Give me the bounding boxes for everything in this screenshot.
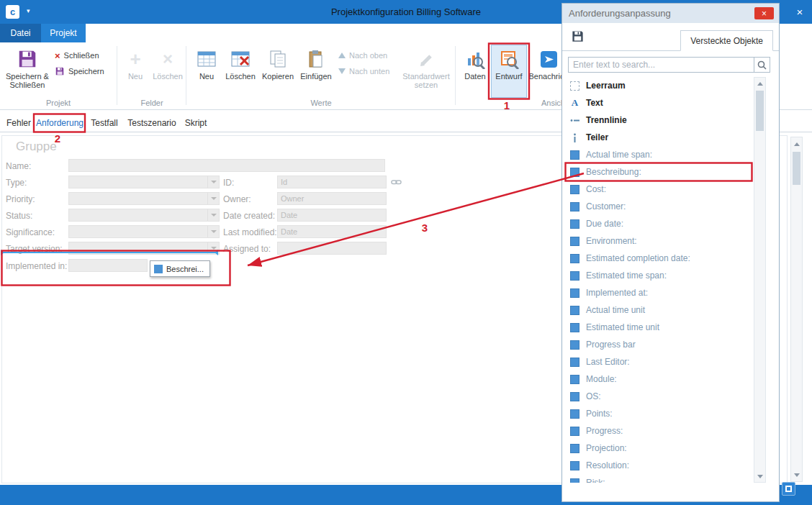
window-close-button[interactable]: × [790,4,809,19]
id-label: ID: [223,178,234,188]
scroll-down-icon[interactable] [791,469,802,481]
list-item[interactable]: Actual time span: [565,146,754,163]
implemented-in-input[interactable] [68,259,148,272]
list-item[interactable]: Leerraum [565,77,754,94]
tab-projekt[interactable]: Projekt [41,24,86,42]
doc-tab-fehler[interactable]: Fehler [3,114,35,132]
doc-tab-anforderung[interactable]: Anforderung [35,114,85,132]
list-item[interactable]: Cost: [565,181,754,198]
list-item[interactable]: Progress: [565,422,754,440]
search-input[interactable] [569,58,754,72]
values-new-icon [197,48,216,70]
save-and-close-label: Speichern & Schließen [4,72,50,89]
scrollbar-thumb[interactable] [756,91,764,131]
close-label: Schließen [64,51,99,60]
tab-datei[interactable]: Datei [0,24,41,42]
list-item[interactable]: Trennlinie [565,112,754,129]
scroll-up-icon[interactable] [791,138,802,150]
list-item[interactable]: Projection: [565,440,754,457]
fields-new-icon: + [130,48,140,70]
doc-tab-testszenario[interactable]: Testszenario [124,114,180,132]
panel-save-button[interactable] [571,29,585,46]
owner-input[interactable]: Owner [277,192,387,205]
layout-indicator-button[interactable] [782,482,795,496]
list-item[interactable]: AText [565,94,754,112]
list-item[interactable]: Due date: [565,215,754,232]
move-down-button[interactable]: Nach unten [338,64,389,78]
data-view-button[interactable]: Daten [459,45,491,98]
status-select[interactable] [68,209,220,222]
doc-tab-skript[interactable]: Skript [180,114,212,132]
list-item[interactable]: Estimated completion date: [565,250,754,267]
dropdown-caret-icon [207,193,219,204]
paste-icon [307,48,325,70]
paste-button[interactable]: Einfügen [297,45,335,98]
implemented-in-label: Implemented in: [6,261,67,271]
panel-close-button[interactable]: × [754,7,774,19]
customization-panel: Anforderungsanpassung × Versteckte Objek… [561,3,780,502]
scroll-up-icon[interactable] [754,78,765,89]
priority-select[interactable] [68,192,220,205]
list-item[interactable]: Resolution: [565,457,754,474]
values-new-button[interactable]: Neu [190,45,223,98]
set-default-button[interactable]: Standardwert setzen [400,45,452,98]
date-created-value: Date [281,211,297,219]
fields-delete-button[interactable]: × Löschen [151,45,184,98]
field-item-icon [570,254,579,263]
set-default-icon [418,48,435,70]
field-item-icon [570,219,579,229]
assigned-to-input[interactable] [277,242,387,255]
status-label: Status: [6,211,32,221]
save-button[interactable]: Speichern [55,64,104,78]
list-item[interactable]: Environment: [565,232,754,250]
priority-label: Priority: [6,194,35,204]
id-input[interactable]: Id [277,176,387,188]
group-box-title: Gruppe [16,140,57,154]
text-icon: A [570,99,579,108]
doc-tab-testfall[interactable]: Testfall [85,114,124,132]
list-item[interactable]: Risk: [565,474,754,483]
list-item[interactable]: Estimated time span: [565,267,754,284]
field-item-icon [570,478,579,483]
panel-tab-hidden-objects[interactable]: Versteckte Objekte [680,30,773,51]
list-item-beschreibung[interactable]: Beschreibung: [565,163,754,181]
notifications-icon [539,48,559,70]
field-item-icon [570,427,579,436]
list-item[interactable]: Module: [565,370,754,388]
scrollbar-thumb[interactable] [793,152,800,185]
list-item[interactable]: Progress bar [565,336,754,353]
significance-select[interactable] [68,225,220,238]
name-input[interactable] [68,159,385,172]
palette-item-list: Leerraum AText Trennlinie Teiler Actual … [565,77,766,483]
type-select[interactable] [68,176,220,188]
list-item[interactable]: Implemented at: [565,284,754,301]
field-item-icon [570,358,579,367]
search-button[interactable] [754,58,770,72]
design-view-button[interactable]: Entwurf [491,45,527,98]
owner-label: Owner: [223,194,251,204]
copy-label: Kopieren [262,72,294,81]
move-up-button[interactable]: Nach oben [338,48,387,63]
fields-new-button[interactable]: + Neu [119,45,151,98]
list-item[interactable]: Customer: [565,198,754,215]
list-item[interactable]: Actual time unit [565,301,754,319]
list-item[interactable]: Last Editor: [565,353,754,370]
list-item[interactable]: OS: [565,388,754,405]
list-item[interactable]: Points: [565,405,754,422]
last-modified-input[interactable]: Date [277,225,387,238]
date-created-input[interactable]: Date [277,209,387,222]
link-icon [391,177,402,187]
scroll-down-icon[interactable] [754,470,765,482]
panel-scrollbar[interactable] [754,77,766,483]
form-vertical-scrollbar[interactable] [790,137,803,482]
save-and-close-button[interactable]: Speichern & Schließen [4,45,50,98]
values-delete-button[interactable]: Löschen [223,45,258,98]
group-caption-werte: Werte [187,99,455,107]
data-view-label: Daten [464,72,485,81]
list-item[interactable]: Estimated time unit [565,319,754,336]
move-up-icon [338,53,346,58]
close-button[interactable]: × Schließen [55,48,99,63]
copy-button[interactable]: Kopieren [259,45,297,98]
list-item[interactable]: Teiler [565,129,754,146]
panel-title-bar[interactable]: Anforderungsanpassung [562,4,779,23]
